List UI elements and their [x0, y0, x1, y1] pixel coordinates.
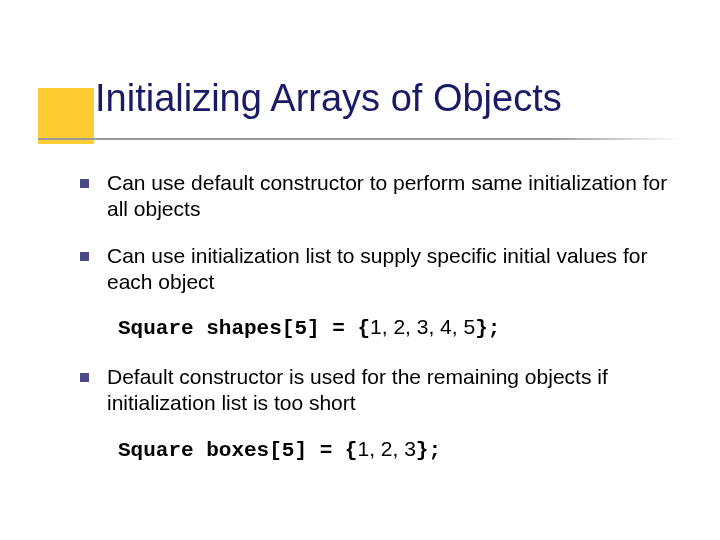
- code-args: 1, 2, 3: [357, 437, 415, 460]
- title-underline: [38, 138, 682, 140]
- title-wrap: Initializing Arrays of Objects: [95, 78, 562, 120]
- square-bullet-icon: [80, 179, 89, 188]
- slide-content: Can use default constructor to perform s…: [80, 170, 680, 486]
- list-item: Can use initialization list to supply sp…: [80, 243, 680, 296]
- title-accent-box: [38, 88, 94, 144]
- code-suffix: };: [416, 439, 441, 462]
- bullet-text: Can use default constructor to perform s…: [107, 170, 680, 223]
- bullet-text: Can use initialization list to supply sp…: [107, 243, 680, 296]
- square-bullet-icon: [80, 252, 89, 261]
- list-item: Can use default constructor to perform s…: [80, 170, 680, 223]
- list-item: Default constructor is used for the rema…: [80, 364, 680, 417]
- code-suffix: };: [475, 317, 500, 340]
- bullet-text: Default constructor is used for the rema…: [107, 364, 680, 417]
- code-args: 1, 2, 3, 4, 5: [370, 315, 475, 338]
- slide-title: Initializing Arrays of Objects: [95, 78, 562, 120]
- code-example: Square shapes[5] = {1, 2, 3, 4, 5};: [118, 315, 680, 340]
- code-example: Square boxes[5] = {1, 2, 3};: [118, 437, 680, 462]
- square-bullet-icon: [80, 373, 89, 382]
- code-prefix: Square boxes[5] = {: [118, 439, 357, 462]
- code-prefix: Square shapes[5] = {: [118, 317, 370, 340]
